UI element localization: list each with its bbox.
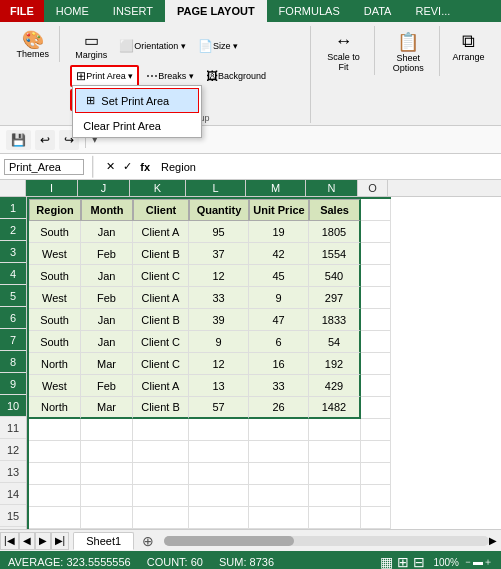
- cell-N9[interactable]: 429: [309, 375, 361, 397]
- formula-input[interactable]: [157, 160, 497, 174]
- cell-L2[interactable]: 95: [189, 221, 249, 243]
- cell-M11[interactable]: [249, 419, 309, 441]
- row-header-2[interactable]: 2: [0, 219, 26, 241]
- cell-O10[interactable]: [361, 397, 391, 419]
- cell-K15[interactable]: [133, 507, 189, 529]
- cell-L3[interactable]: 37: [189, 243, 249, 265]
- cell-I1[interactable]: Region: [29, 199, 81, 221]
- scroll-track-h[interactable]: [164, 536, 489, 546]
- cell-K1[interactable]: Client: [133, 199, 189, 221]
- cell-N2[interactable]: 1805: [309, 221, 361, 243]
- cell-L1[interactable]: Quantity: [189, 199, 249, 221]
- cell-I9[interactable]: West: [29, 375, 81, 397]
- add-sheet-button[interactable]: ⊕: [136, 532, 160, 550]
- cell-K11[interactable]: [133, 419, 189, 441]
- tab-file[interactable]: FILE: [0, 0, 44, 22]
- cell-J10[interactable]: Mar: [81, 397, 133, 419]
- cell-M6[interactable]: 47: [249, 309, 309, 331]
- cell-L6[interactable]: 39: [189, 309, 249, 331]
- cell-N6[interactable]: 1833: [309, 309, 361, 331]
- name-box[interactable]: [4, 159, 84, 175]
- cell-L9[interactable]: 13: [189, 375, 249, 397]
- cell-N10[interactable]: 1482: [309, 397, 361, 419]
- cell-N3[interactable]: 1554: [309, 243, 361, 265]
- cell-L5[interactable]: 33: [189, 287, 249, 309]
- cell-I4[interactable]: South: [29, 265, 81, 287]
- cell-N5[interactable]: 297: [309, 287, 361, 309]
- set-print-area-item[interactable]: ⊞ Set Print Area: [75, 88, 199, 113]
- breaks-button[interactable]: ⋯ Breaks ▾: [141, 66, 199, 86]
- cell-J11[interactable]: [81, 419, 133, 441]
- cell-I5[interactable]: West: [29, 287, 81, 309]
- tab-nav-prev[interactable]: ◀: [19, 532, 35, 550]
- cell-I7[interactable]: South: [29, 331, 81, 353]
- cell-J13[interactable]: [81, 463, 133, 485]
- cell-O14[interactable]: [361, 485, 391, 507]
- cell-N12[interactable]: [309, 441, 361, 463]
- cell-J2[interactable]: Jan: [81, 221, 133, 243]
- cell-N4[interactable]: 540: [309, 265, 361, 287]
- row-header-8[interactable]: 8: [0, 351, 26, 373]
- tab-page-layout[interactable]: PAGE LAYOUT: [165, 0, 267, 22]
- cell-K10[interactable]: Client B: [133, 397, 189, 419]
- col-header-O[interactable]: O: [358, 180, 388, 196]
- cell-K2[interactable]: Client A: [133, 221, 189, 243]
- margins-button[interactable]: ▭ Margins: [70, 28, 112, 63]
- row-header-15[interactable]: 15: [0, 505, 26, 527]
- cell-I11[interactable]: [29, 419, 81, 441]
- cell-O15[interactable]: [361, 507, 391, 529]
- cell-M14[interactable]: [249, 485, 309, 507]
- save-button[interactable]: 💾: [6, 130, 31, 150]
- cell-J4[interactable]: Jan: [81, 265, 133, 287]
- cell-M15[interactable]: [249, 507, 309, 529]
- row-header-11[interactable]: 11: [0, 417, 26, 439]
- cell-M1[interactable]: Unit Price: [249, 199, 309, 221]
- row-header-6[interactable]: 6: [0, 307, 26, 329]
- cell-J5[interactable]: Feb: [81, 287, 133, 309]
- col-header-L[interactable]: L: [186, 180, 246, 196]
- sheet-options-button[interactable]: 📋 Sheet Options: [385, 28, 431, 76]
- row-header-7[interactable]: 7: [0, 329, 26, 351]
- cell-J3[interactable]: Feb: [81, 243, 133, 265]
- themes-button[interactable]: 🎨 Themes: [11, 28, 54, 62]
- confirm-formula-button[interactable]: ✓: [120, 159, 135, 174]
- cell-O7[interactable]: [361, 331, 391, 353]
- row-header-1[interactable]: 1: [0, 197, 26, 219]
- row-header-14[interactable]: 14: [0, 483, 26, 505]
- cell-L14[interactable]: [189, 485, 249, 507]
- cell-J9[interactable]: Feb: [81, 375, 133, 397]
- cell-M7[interactable]: 6: [249, 331, 309, 353]
- cell-O11[interactable]: [361, 419, 391, 441]
- cell-O8[interactable]: [361, 353, 391, 375]
- cell-N8[interactable]: 192: [309, 353, 361, 375]
- cell-J12[interactable]: [81, 441, 133, 463]
- cell-O13[interactable]: [361, 463, 391, 485]
- page-break-view-icon[interactable]: ⊟: [413, 554, 425, 569]
- cell-J1[interactable]: Month: [81, 199, 133, 221]
- cell-K8[interactable]: Client C: [133, 353, 189, 375]
- tab-home[interactable]: HOME: [44, 0, 101, 22]
- cell-I10[interactable]: North: [29, 397, 81, 419]
- cell-L8[interactable]: 12: [189, 353, 249, 375]
- cell-M13[interactable]: [249, 463, 309, 485]
- col-header-J[interactable]: J: [78, 180, 130, 196]
- cell-K6[interactable]: Client B: [133, 309, 189, 331]
- cell-M4[interactable]: 45: [249, 265, 309, 287]
- cell-K12[interactable]: [133, 441, 189, 463]
- cell-J15[interactable]: [81, 507, 133, 529]
- zoom-slider[interactable]: －▬＋: [463, 555, 493, 569]
- scale-button[interactable]: ↔ Scale to Fit: [321, 28, 367, 75]
- cell-K9[interactable]: Client A: [133, 375, 189, 397]
- cell-J8[interactable]: Mar: [81, 353, 133, 375]
- col-header-K[interactable]: K: [130, 180, 186, 196]
- cell-O6[interactable]: [361, 309, 391, 331]
- col-header-I[interactable]: I: [26, 180, 78, 196]
- tab-formulas[interactable]: FORMULAS: [267, 0, 352, 22]
- cell-L15[interactable]: [189, 507, 249, 529]
- cell-N15[interactable]: [309, 507, 361, 529]
- scroll-right[interactable]: ▶: [489, 535, 497, 546]
- cell-N14[interactable]: [309, 485, 361, 507]
- row-header-13[interactable]: 13: [0, 461, 26, 483]
- cell-O9[interactable]: [361, 375, 391, 397]
- col-header-N[interactable]: N: [306, 180, 358, 196]
